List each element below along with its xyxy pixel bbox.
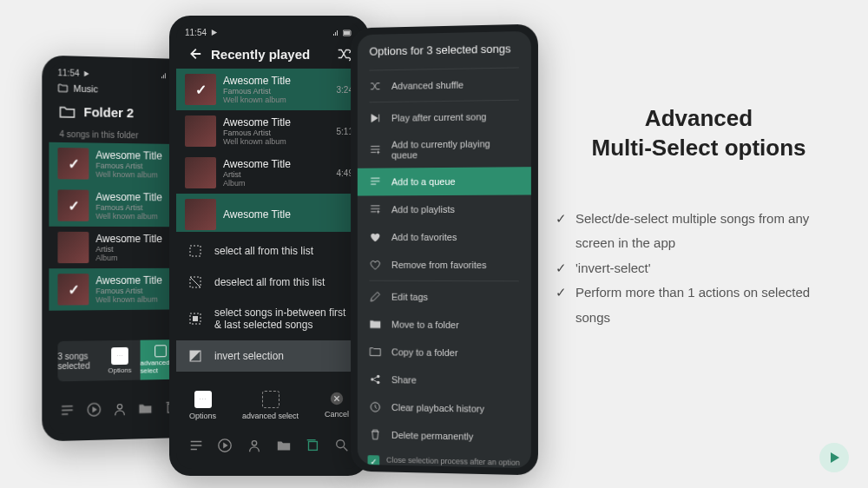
cancel-button[interactable]: Cancel	[325, 391, 349, 420]
status-bar: 11:54	[176, 23, 362, 39]
play-icon	[82, 69, 89, 76]
back-icon[interactable]	[187, 46, 202, 62]
advanced-select-button[interactable]: advanced select	[242, 391, 299, 420]
song-album: Well known album	[95, 170, 181, 180]
signal-icon	[161, 72, 169, 79]
selection-toolbar: 3 songs selected ⋯ Options advanced sele…	[57, 340, 181, 381]
play-icon	[210, 29, 218, 36]
menu-select-between[interactable]: select songs in-between first & last sel…	[176, 298, 362, 340]
invert-icon	[188, 349, 202, 363]
nav-library-icon[interactable]	[305, 438, 320, 453]
action-toolbar: ⋯ Options advanced select Cancel	[176, 384, 362, 427]
feature-item: Select/de-select multiple songs from any…	[556, 207, 842, 256]
nav-search-icon[interactable]	[334, 438, 350, 453]
nav-play-icon[interactable]	[217, 438, 233, 453]
opt-play-after[interactable]: Play after current song	[358, 102, 531, 133]
options-button[interactable]: ⋯ Options	[99, 340, 140, 381]
song-row[interactable]: Awesome Title Famous Artist Well known a…	[176, 69, 362, 110]
history-icon	[369, 401, 381, 413]
opt-advanced-shuffle[interactable]: Advanced shuffle	[358, 69, 531, 100]
nav-queue-icon[interactable]	[188, 438, 204, 453]
menu-select-all[interactable]: select all from this list	[176, 235, 362, 267]
nav-person-icon[interactable]	[247, 438, 262, 453]
bottom-nav	[176, 431, 362, 460]
opt-copy-folder[interactable]: Copy to a folder	[358, 338, 531, 367]
nav-folder-icon[interactable]	[138, 400, 154, 416]
song-row[interactable]: Awesome Title Artist Album	[49, 227, 189, 268]
deselect-all-icon	[188, 275, 202, 289]
play-logo-icon	[827, 451, 841, 465]
trash-icon	[369, 428, 381, 440]
nav-person-icon[interactable]	[112, 401, 128, 417]
svg-rect-8	[190, 246, 201, 256]
svg-point-18	[371, 378, 373, 381]
folder-title: Folder 2	[83, 104, 179, 121]
shuffle-icon	[369, 80, 381, 92]
song-row[interactable]: Awesome Title	[176, 194, 362, 232]
opt-add-favorites[interactable]: Add to favorites	[358, 223, 531, 251]
song-row[interactable]: Awesome Title Famous Artist Well known a…	[49, 268, 189, 311]
album-art-checked[interactable]	[57, 274, 89, 305]
svg-rect-7	[344, 31, 350, 35]
playlist-add-icon	[369, 203, 381, 215]
folder-move-icon	[369, 318, 381, 330]
screen-header: Recently played	[176, 39, 362, 69]
bottom-nav	[49, 392, 189, 425]
nav-play-icon[interactable]	[86, 401, 102, 417]
svg-point-19	[377, 375, 379, 379]
options-button[interactable]: ⋯ Options	[189, 391, 216, 420]
feature-item: Perform more than 1 actions on selected …	[556, 280, 842, 330]
advanced-icon	[155, 345, 167, 357]
opt-delete[interactable]: Delete permanently	[358, 420, 531, 452]
nav-queue-icon[interactable]	[60, 402, 76, 419]
checkbox-checked-icon[interactable]: ✓	[368, 455, 380, 467]
song-title: Awesome Title	[95, 149, 181, 162]
pencil-icon	[369, 291, 381, 303]
opt-move-folder[interactable]: Move to a folder	[358, 310, 531, 340]
opt-remove-favorites[interactable]: Remove from favorites	[358, 251, 531, 279]
svg-rect-11	[193, 316, 198, 321]
song-row[interactable]: Awesome Title Artist Album 4:49	[176, 152, 362, 194]
song-row[interactable]: Awesome Title Famous Artist Well known a…	[49, 142, 189, 186]
folder-count: 4 songs in this folder	[49, 126, 189, 145]
opt-add-queue[interactable]: Add to a queue	[358, 167, 531, 195]
app-logo	[819, 443, 849, 472]
svg-point-17	[337, 440, 345, 448]
album-art[interactable]	[57, 232, 89, 263]
album-art[interactable]	[185, 115, 216, 147]
queue-icon	[369, 176, 381, 188]
battery-icon	[343, 30, 353, 36]
opt-add-playlists[interactable]: Add to playlists	[358, 195, 531, 223]
album-art-checked[interactable]	[57, 148, 89, 180]
status-time: 11:54	[57, 68, 79, 78]
feature-item: 'invert-select'	[556, 256, 842, 281]
menu-deselect-all[interactable]: deselect all from this list	[176, 267, 362, 298]
folder-icon	[57, 83, 68, 92]
play-next-icon	[369, 112, 381, 124]
queue-add-icon	[369, 144, 381, 156]
svg-point-15	[252, 441, 256, 445]
opt-clear-history[interactable]: Clear playback history	[358, 393, 531, 424]
album-art-checked[interactable]	[185, 74, 216, 105]
album-art[interactable]	[185, 199, 216, 230]
opt-share[interactable]: Share	[358, 366, 531, 396]
advanced-icon	[262, 391, 279, 408]
album-art[interactable]	[185, 157, 216, 188]
album-art-checked[interactable]	[57, 189, 89, 221]
options-icon: ⋯	[194, 391, 212, 408]
selection-count: 3 songs selected	[57, 340, 99, 381]
options-panel-header: Options for 3 selected songs	[358, 31, 531, 69]
screen-title: Recently played	[211, 47, 327, 62]
nav-folder-icon[interactable]	[276, 438, 292, 453]
shuffle-icon[interactable]	[336, 46, 352, 62]
close-icon	[329, 391, 345, 406]
svg-point-4	[117, 405, 122, 410]
menu-invert-selection[interactable]: invert selection	[176, 340, 362, 372]
options-footer[interactable]: ✓ Close selection process after an optio…	[358, 448, 531, 468]
opt-edit-tags[interactable]: Edit tags	[358, 283, 531, 312]
folder-copy-icon	[369, 346, 381, 358]
song-row[interactable]: Awesome Title Famous Artist Well known a…	[176, 110, 362, 152]
song-row[interactable]: Awesome Title Famous Artist Well known a…	[49, 184, 189, 227]
opt-add-current-queue[interactable]: Add to currently playing queue	[358, 130, 531, 168]
signal-icon	[332, 30, 341, 36]
